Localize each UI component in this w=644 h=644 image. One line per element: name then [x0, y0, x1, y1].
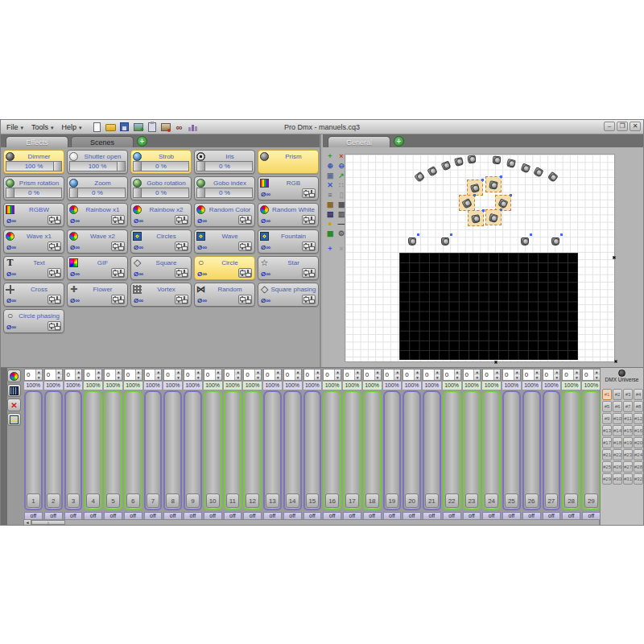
- patch-cell-29[interactable]: #29: [602, 473, 612, 485]
- new-file-button[interactable]: [91, 122, 104, 133]
- resize-handle[interactable]: [494, 361, 497, 364]
- spinner-buttons[interactable]: ▲▼: [493, 369, 500, 380]
- patch-cell-2[interactable]: #2: [613, 389, 622, 400]
- channel-fader[interactable]: 8: [163, 390, 182, 510]
- effect-level-slider[interactable]: 0 %: [6, 188, 62, 198]
- close-button[interactable]: ✕: [630, 122, 641, 131]
- effect-square-phasing[interactable]: Square phasing Ø∞: [258, 283, 319, 307]
- fixture[interactable]: [468, 210, 484, 226]
- channel-fader[interactable]: 25: [502, 390, 521, 510]
- channel-value-input[interactable]: 0 ▲▼: [363, 369, 382, 381]
- fixture[interactable]: [533, 166, 544, 177]
- channel-fader[interactable]: 2: [44, 390, 63, 510]
- channel-fader[interactable]: 15: [303, 390, 322, 510]
- patch-cell-17[interactable]: #17: [602, 437, 612, 448]
- patch-cell-25[interactable]: #25: [602, 461, 612, 473]
- spinner-buttons[interactable]: ▲▼: [394, 369, 400, 380]
- channel-value-input[interactable]: 0 ▲▼: [144, 369, 163, 381]
- speed-faders-button[interactable]: [302, 188, 316, 198]
- channel-fader[interactable]: 26: [522, 390, 541, 510]
- fader-panel-grip[interactable]: [1, 368, 7, 526]
- effect-rainbow-x2[interactable]: Rainbow x2 Ø∞: [130, 203, 192, 227]
- effect-wave-x2[interactable]: Wave x2 Ø∞: [67, 229, 128, 254]
- fader-thumb[interactable]: 16: [325, 493, 339, 508]
- channel-fader[interactable]: 14: [283, 390, 302, 510]
- fader-thumb[interactable]: 29: [584, 493, 598, 508]
- fader-thumb[interactable]: 25: [505, 493, 518, 508]
- spinner-buttons[interactable]: ▲▼: [314, 369, 320, 380]
- spinner-buttons[interactable]: ▲▼: [454, 369, 460, 380]
- channel-value-input[interactable]: 0 ▲▼: [323, 369, 341, 381]
- channel-fader[interactable]: 7: [144, 390, 163, 510]
- fixture[interactable]: [520, 162, 531, 173]
- lock-icon[interactable]: ●: [325, 220, 335, 229]
- effect-fountain[interactable]: Fountain Ø∞: [258, 229, 319, 254]
- spinner-buttons[interactable]: ▲▼: [334, 369, 341, 380]
- channel-value-input[interactable]: 0 ▲▼: [303, 369, 322, 381]
- patch-cell-1[interactable]: #1: [602, 389, 612, 400]
- channel-value-input[interactable]: 0 ▲▼: [184, 369, 202, 381]
- patch-cell-23[interactable]: #23: [623, 449, 633, 460]
- speed-faders-button[interactable]: [47, 295, 61, 304]
- spinner-buttons[interactable]: ▲▼: [534, 369, 540, 380]
- effect-rgbw[interactable]: RGBW Ø∞: [3, 203, 64, 227]
- fader-thumb[interactable]: 21: [425, 493, 439, 508]
- search-button[interactable]: ∞: [173, 122, 186, 133]
- patch-cell-3[interactable]: #3: [623, 389, 633, 400]
- channel-value-input[interactable]: 0 ▲▼: [204, 369, 222, 381]
- channel-value-input[interactable]: 0 ▲▼: [263, 369, 282, 381]
- spinner-buttons[interactable]: ▲▼: [215, 369, 221, 380]
- channel-value-input[interactable]: 0 ▲▼: [582, 369, 601, 381]
- effect-wave-x1[interactable]: Wave x1 Ø∞: [3, 229, 64, 254]
- effect-rgb[interactable]: RGB Ø∞: [258, 176, 319, 200]
- speed-faders-button[interactable]: [47, 215, 61, 225]
- channel-fader[interactable]: 13: [263, 390, 282, 510]
- spinner-buttons[interactable]: ▲▼: [593, 369, 600, 380]
- patch-cell-19[interactable]: #19: [623, 437, 633, 448]
- fader-thumb[interactable]: 5: [106, 493, 120, 508]
- effect-level-slider[interactable]: 0 %: [133, 161, 189, 171]
- menu-file[interactable]: File: [4, 122, 26, 132]
- color-wheel-button[interactable]: [7, 369, 21, 382]
- patch-cell-10[interactable]: #10: [613, 413, 622, 424]
- fader-thumb[interactable]: 11: [226, 493, 240, 508]
- spinner-buttons[interactable]: ▲▼: [135, 369, 142, 380]
- matrix-icon[interactable]: ▦: [325, 229, 335, 238]
- restore-button[interactable]: ❐: [617, 122, 628, 131]
- patch-cell-27[interactable]: #27: [623, 461, 633, 473]
- speed-faders-button[interactable]: [111, 215, 125, 225]
- add-tab-button[interactable]: +: [137, 136, 147, 147]
- channel-fader[interactable]: 1: [24, 390, 43, 510]
- channel-value-input[interactable]: 0 ▲▼: [224, 369, 242, 381]
- effect-cross[interactable]: Cross Ø∞: [3, 283, 64, 307]
- spinner-buttons[interactable]: ▲▼: [195, 369, 201, 380]
- patch-cell-13[interactable]: #13: [602, 425, 612, 436]
- effect-level-slider[interactable]: 0 %: [133, 188, 189, 198]
- fader-thumb[interactable]: 2: [47, 493, 60, 508]
- fader-thumb[interactable]: 28: [564, 493, 578, 508]
- delete-red-button[interactable]: ✕: [7, 398, 21, 411]
- patch-cell-22[interactable]: #22: [613, 449, 622, 460]
- channel-value-input[interactable]: 0 ▲▼: [84, 369, 102, 381]
- effect-flower[interactable]: Flower Ø∞: [67, 283, 128, 307]
- speed-faders-button[interactable]: [175, 295, 188, 304]
- fixture[interactable]: [440, 159, 452, 171]
- fader-thumb[interactable]: 12: [246, 493, 259, 508]
- channel-value-input[interactable]: 0 ▲▼: [343, 369, 361, 381]
- fixture[interactable]: [550, 235, 561, 246]
- effect-level-slider[interactable]: 0 %: [69, 188, 126, 198]
- fixture[interactable]: [466, 153, 477, 164]
- levels-button[interactable]: [7, 413, 21, 426]
- spinner-buttons[interactable]: ▲▼: [275, 369, 281, 380]
- channel-value-input[interactable]: 0 ▲▼: [283, 369, 302, 381]
- fader-thumb[interactable]: 4: [86, 493, 100, 508]
- add-view-button[interactable]: +: [394, 136, 404, 147]
- fader-thumb[interactable]: 22: [445, 493, 459, 508]
- effect-gif[interactable]: GIF Ø∞: [67, 256, 128, 280]
- align-icon[interactable]: ▤: [325, 210, 335, 219]
- speed-faders-button[interactable]: [302, 242, 316, 251]
- channel-fader[interactable]: 28: [562, 390, 580, 510]
- channel-value-input[interactable]: 0 ▲▼: [423, 369, 441, 381]
- channel-value-input[interactable]: 0 ▲▼: [482, 369, 501, 381]
- effect-strob[interactable]: Strob 0 %: [130, 150, 192, 174]
